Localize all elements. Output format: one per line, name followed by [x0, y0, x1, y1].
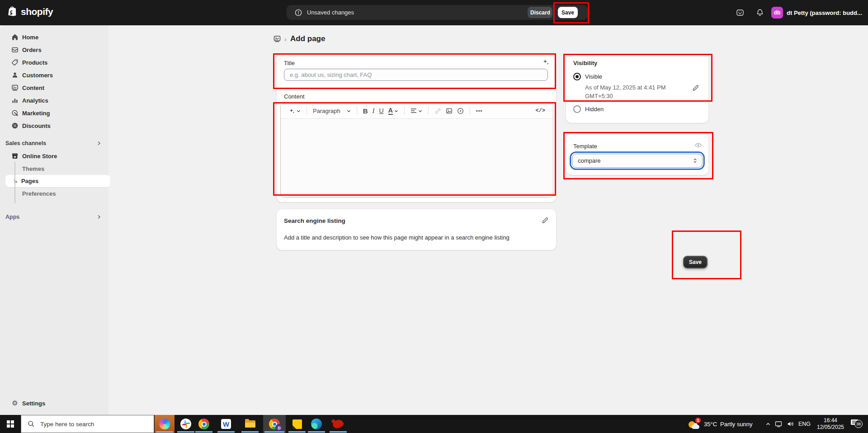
eye-preview-icon[interactable] — [694, 141, 702, 149]
toolbar-divider — [470, 107, 470, 115]
sidebar-item-themes[interactable]: Themes — [0, 162, 108, 175]
editor-toolbar: Paragraph B I U A — [281, 103, 553, 119]
network-icon[interactable] — [775, 415, 783, 433]
insert-video-icon[interactable] — [455, 105, 466, 117]
shopify-admin-window: shopify Unsaved changes Discard Save db … — [0, 0, 868, 433]
speaker-icon[interactable] — [787, 415, 794, 433]
sidebar-item-analytics[interactable]: Analytics — [0, 94, 108, 107]
editor-body[interactable] — [281, 119, 553, 197]
date-text: 12/05/2025 — [813, 424, 848, 431]
taskbar-app-chrome-icon[interactable] — [194, 415, 214, 433]
taskbar-app-sticky-notes-icon[interactable] — [287, 415, 307, 433]
products-icon — [11, 59, 19, 66]
sidebar-item-settings[interactable]: ⚙ Settings — [0, 397, 108, 409]
pages-breadcrumb-icon[interactable] — [274, 35, 281, 42]
clock[interactable]: 16:44 12/05/2025 — [813, 415, 848, 433]
sidebar-item-label: Analytics — [22, 97, 48, 104]
seo-card-title: Search engine listing — [284, 217, 345, 224]
paragraph-style-dropdown[interactable]: Paragraph — [311, 105, 353, 117]
notification-badge: 38 — [854, 420, 863, 428]
sidebar-item-pages-selected[interactable]: ↳ Pages — [5, 175, 110, 187]
home-icon — [11, 33, 19, 41]
visibility-option-visible[interactable]: Visible — [573, 73, 602, 80]
title-label: Title — [284, 60, 295, 66]
weather-widget[interactable]: 1 35°C Partly sunny — [688, 415, 753, 433]
content-label: Content — [284, 93, 305, 100]
insert-image-icon[interactable] — [443, 105, 455, 117]
online-store-icon — [11, 152, 19, 160]
alert-icon — [294, 9, 302, 17]
underline-button[interactable]: U — [377, 105, 386, 117]
page-title: Add page — [290, 34, 325, 43]
taskbar-app-word-icon[interactable]: W — [216, 415, 236, 433]
windows-logo-icon — [7, 420, 14, 428]
save-button[interactable]: Save — [558, 7, 578, 18]
text-color-button[interactable]: A — [386, 105, 401, 117]
marketing-icon — [11, 109, 19, 117]
start-button[interactable] — [0, 415, 21, 433]
bell-icon[interactable] — [756, 9, 764, 17]
title-input[interactable] — [284, 69, 548, 81]
content-icon — [11, 84, 19, 91]
edit-pencil-icon[interactable] — [692, 84, 699, 91]
taskbar-app-slack-icon[interactable] — [176, 415, 196, 433]
ai-sparkle-menu-button[interactable] — [286, 105, 303, 117]
sidebar-item-label: Marketing — [22, 110, 50, 117]
sidebar-item-content[interactable]: Content — [0, 81, 108, 94]
text-color-letter: A — [388, 107, 393, 115]
sidebar-header-sales-channels[interactable]: Sales channels — [0, 137, 108, 150]
taskbar-search-input[interactable] — [39, 420, 141, 428]
radio-selected-icon[interactable] — [573, 73, 581, 80]
sidebar-item-label: Products — [22, 59, 47, 66]
sidebar-item-marketing[interactable]: Marketing — [0, 107, 108, 119]
taskbar-app-copilot-icon[interactable] — [155, 415, 175, 433]
taskbar-search[interactable] — [21, 415, 154, 433]
taskbar-app-chrome-profile-icon[interactable]: D — [263, 415, 286, 433]
sidebar-item-discounts[interactable]: Discounts — [0, 119, 108, 132]
avatar[interactable]: db — [771, 7, 783, 19]
bold-button[interactable]: B — [361, 105, 370, 117]
annotation-box-floating-save — [672, 231, 741, 279]
settings-label: Settings — [22, 400, 45, 407]
shopify-bag-icon — [7, 6, 18, 18]
sidebar-item-label: Orders — [22, 47, 42, 53]
hidden-label: Hidden — [585, 106, 604, 113]
discard-button[interactable]: Discard — [528, 7, 552, 18]
sidebar-item-online-store[interactable]: Online Store — [0, 150, 108, 162]
profile-name[interactable]: dt Petty (password: budd... — [787, 9, 865, 16]
template-select[interactable]: compare — [572, 154, 703, 168]
sidebar-item-label: Content — [22, 85, 44, 91]
link-icon[interactable] — [432, 105, 443, 117]
more-options-button[interactable]: ••• — [474, 105, 485, 117]
sidekick-icon[interactable] — [736, 9, 744, 17]
floating-save-button[interactable]: Save — [683, 256, 708, 268]
sidebar-item-home[interactable]: Home — [0, 31, 108, 43]
notification-center-icon[interactable]: 38 — [850, 419, 859, 426]
italic-button[interactable]: I — [370, 105, 377, 117]
alignment-button[interactable] — [408, 105, 425, 117]
online-store-label: Online Store — [22, 153, 57, 160]
select-updown-icon — [692, 158, 698, 164]
time-text: 16:44 — [813, 417, 848, 424]
sidebar-item-orders[interactable]: Orders — [0, 43, 108, 56]
edit-pencil-icon[interactable] — [542, 216, 549, 224]
sidebar-item-products[interactable]: Products — [0, 56, 108, 69]
taskbar-app-edge-icon[interactable] — [307, 415, 326, 433]
radio-unselected-icon[interactable] — [573, 105, 581, 113]
ai-sparkle-icon[interactable] — [542, 58, 550, 66]
taskbar-app-file-explorer-icon[interactable] — [240, 415, 260, 433]
unsaved-changes-bar: Unsaved changes Discard Save — [287, 5, 588, 20]
sidebar-header-apps[interactable]: Apps — [0, 211, 108, 223]
sidebar-item-customers[interactable]: Customers — [0, 69, 108, 81]
shopify-logo[interactable]: shopify — [7, 6, 53, 18]
visibility-option-hidden[interactable]: Hidden — [573, 105, 604, 113]
code-view-button[interactable]: </> — [533, 105, 547, 117]
weather-icon: 1 — [688, 418, 700, 430]
preferences-label: Preferences — [22, 190, 56, 197]
sidebar-item-preferences[interactable]: Preferences — [0, 187, 108, 200]
taskbar-app-red-creature-icon[interactable] — [328, 415, 348, 433]
tray-chevron-up-icon[interactable] — [765, 415, 771, 433]
language-indicator[interactable]: ENG — [798, 415, 811, 433]
seo-card-description: Add a title and description to see how t… — [284, 234, 509, 241]
paragraph-label: Paragraph — [313, 108, 340, 114]
